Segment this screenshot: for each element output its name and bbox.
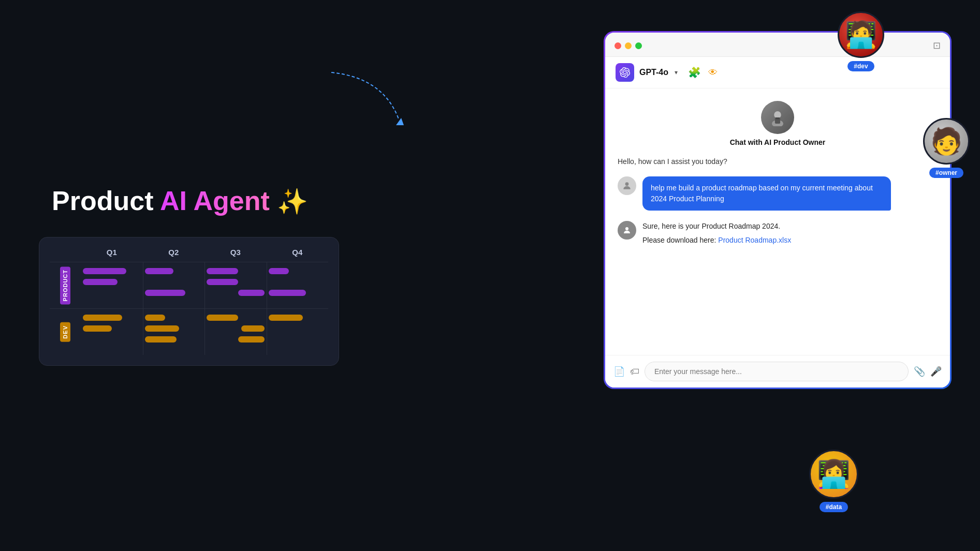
- product-bar: [145, 290, 185, 296]
- chat-panel-wrapper: ⊡ GPT-4o ▾ 🧩 👁: [604, 31, 952, 389]
- dev-bar: [83, 315, 122, 321]
- chat-panel: ⊡ GPT-4o ▾ 🧩 👁: [605, 33, 950, 388]
- hero-title-highlight: AI Agent: [160, 186, 270, 216]
- document-icon[interactable]: 📄: [613, 366, 625, 377]
- microphone-icon[interactable]: 🎤: [930, 366, 942, 377]
- assistant-avatar: [618, 221, 636, 240]
- window-controls: ⊡: [605, 33, 950, 57]
- product-bar: [238, 290, 264, 296]
- hero-title: Product AI Agent ✨: [52, 185, 308, 216]
- assistant-message-row: Sure, here is your Product Roadmap 2024.…: [618, 221, 938, 246]
- chart-header: Q1 Q2 Q3 Q4: [50, 248, 328, 257]
- svg-rect-4: [776, 117, 780, 119]
- left-panel: Product AI Agent ✨ Q1 Q2 Q3 Q4 Product: [0, 0, 378, 551]
- dev-bar: [145, 315, 165, 321]
- dev-bar: [238, 336, 264, 342]
- assistant-message-bubble: Sure, here is your Product Roadmap 2024.…: [642, 221, 791, 246]
- product-bar: [83, 268, 126, 274]
- user-avatar: [618, 176, 636, 195]
- dev-bar: [207, 315, 238, 321]
- maximize-dot[interactable]: [635, 42, 642, 49]
- product-bar: [83, 279, 118, 285]
- dev-avatar-badge: 🧑‍💻 #dev: [838, 11, 884, 71]
- user-message-bubble: help me build a product roadmap based on…: [642, 176, 891, 211]
- dev-row-3: [81, 336, 328, 342]
- product-bar: [145, 268, 174, 274]
- chart-header-empty: [50, 248, 81, 257]
- owner-avatar-img: 🧑: [923, 118, 970, 165]
- greeting-text: Hello, how can I assist you today?: [618, 157, 938, 166]
- dev-row-2: [81, 325, 328, 332]
- download-link[interactable]: Product Roadmap.xlsx: [718, 236, 791, 244]
- hero-title-prefix: Product: [52, 186, 160, 216]
- product-bar: [207, 279, 238, 285]
- user-message-text: help me build a product roadmap based on…: [651, 184, 873, 203]
- dev-row-1: [81, 314, 328, 321]
- assistant-text-prefix: Sure, here is your Product Roadmap 2024.: [642, 221, 791, 232]
- eye-icon: 👁: [708, 67, 718, 78]
- chat-input-area: 📄 🏷 📎 🎤: [605, 355, 950, 388]
- product-bar: [207, 268, 238, 274]
- chart-col-q3: Q3: [204, 248, 267, 257]
- data-avatar-badge: 👩‍💻 #data: [809, 450, 858, 512]
- dropdown-arrow-icon[interactable]: ▾: [675, 69, 678, 76]
- product-row-3: [81, 289, 328, 296]
- dev-label: DEV: [60, 322, 70, 342]
- data-avatar-img: 👩‍💻: [809, 450, 858, 499]
- owner-avatar-badge: 🧑 #owner: [923, 118, 970, 178]
- dev-bar: [241, 325, 265, 332]
- chat-body: Chat with AI Product Owner Hello, how ca…: [605, 88, 950, 355]
- dev-label-col: DEV: [50, 309, 81, 355]
- dev-bar: [83, 325, 112, 332]
- data-avatar-label: #data: [820, 502, 848, 512]
- roadmap-chart: Q1 Q2 Q3 Q4 Product: [39, 237, 339, 366]
- dev-bar: [145, 336, 177, 342]
- chart-col-q4: Q4: [267, 248, 329, 257]
- dev-bar: [269, 315, 303, 321]
- plugin-icon: 🧩: [688, 66, 701, 79]
- gpt-icon: [616, 63, 634, 82]
- svg-marker-0: [396, 118, 404, 125]
- dev-avatar-label: #dev: [847, 61, 874, 71]
- hero-sparkle: ✨: [277, 188, 308, 215]
- ai-profile-name: Chat with AI Product Owner: [730, 138, 826, 146]
- svg-point-5: [625, 182, 629, 186]
- dev-section: DEV: [50, 308, 328, 355]
- paperclip-icon[interactable]: 📎: [914, 366, 925, 377]
- minimize-dot[interactable]: [625, 42, 632, 49]
- dev-avatar-img: 🧑‍💻: [838, 11, 884, 58]
- svg-point-6: [625, 227, 628, 230]
- assistant-download-line: Please download here: Product Roadmap.xl…: [642, 235, 791, 246]
- product-label-col: Product: [50, 262, 81, 308]
- chart-col-q2: Q2: [143, 248, 205, 257]
- chart-body: Product: [50, 262, 328, 355]
- ai-owner-avatar: [761, 101, 794, 134]
- extend-icon: ⊡: [933, 40, 941, 51]
- ai-profile: Chat with AI Product Owner: [618, 101, 938, 146]
- svg-point-1: [774, 111, 781, 118]
- chart-col-q1: Q1: [81, 248, 143, 257]
- greeting-message-row: Hello, how can I assist you today?: [618, 157, 938, 166]
- product-section: Product: [50, 262, 328, 308]
- chat-input[interactable]: [645, 362, 909, 381]
- product-bar: [269, 290, 306, 296]
- tag-icon[interactable]: 🏷: [630, 366, 639, 377]
- close-dot[interactable]: [615, 42, 621, 49]
- product-row-1: [81, 267, 328, 274]
- user-message-row: help me build a product roadmap based on…: [618, 176, 938, 211]
- product-bar: [269, 268, 289, 274]
- gpt-label: GPT-4o: [639, 68, 668, 77]
- product-label: Product: [60, 266, 70, 304]
- dev-bar: [145, 325, 180, 332]
- product-row-2: [81, 278, 328, 285]
- greeting-text-content: Hello, how can I assist you today?: [618, 157, 727, 166]
- owner-avatar-label: #owner: [929, 168, 963, 178]
- chat-header: GPT-4o ▾ 🧩 👁: [605, 57, 950, 88]
